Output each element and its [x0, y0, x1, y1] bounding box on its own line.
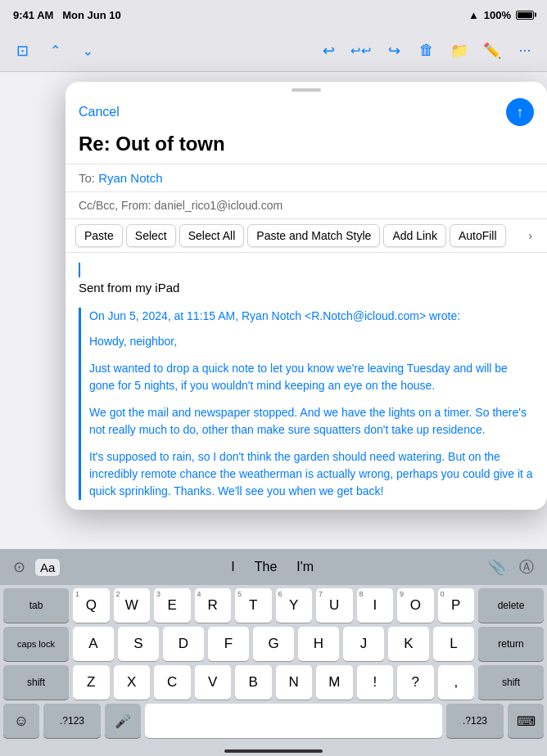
mic-key[interactable]: 🎤: [105, 704, 141, 738]
keyboard-dismiss-key[interactable]: ⌨: [508, 704, 544, 738]
reply-all-button[interactable]: ↩↩: [349, 38, 373, 63]
subject-field[interactable]: Re: Out of town: [66, 133, 547, 164]
space-key[interactable]: [145, 704, 442, 738]
font-size-button[interactable]: Aa: [35, 559, 60, 576]
num-sym-key[interactable]: .?123: [43, 704, 101, 738]
key-r[interactable]: 4R: [195, 588, 232, 623]
keyboard-settings-icon[interactable]: ⊙: [10, 555, 29, 579]
key-i[interactable]: 8I: [357, 588, 394, 623]
modal-header: Cancel ↑: [66, 95, 547, 133]
wifi-icon: ▲: [468, 9, 479, 21]
prediction-i[interactable]: I: [231, 560, 234, 574]
navigate-up-button[interactable]: ⌃: [43, 38, 67, 63]
battery-label: 100%: [484, 9, 511, 21]
keyboard-bottom-row: ☺ .?123 🎤 .?123 ⌨: [0, 704, 547, 745]
email-body[interactable]: Sent from my iPad On Jun 5, 2024, at 11:…: [66, 253, 547, 510]
shift-right-key[interactable]: shift: [478, 665, 544, 700]
key-v[interactable]: V: [195, 665, 232, 700]
key-k[interactable]: K: [388, 627, 429, 661]
key-b[interactable]: B: [235, 665, 272, 700]
add-link-button[interactable]: Add Link: [383, 224, 445, 247]
cancel-button[interactable]: Cancel: [79, 101, 120, 123]
cc-value[interactable]: daniel_rico1@icloud.com: [155, 199, 283, 212]
to-value[interactable]: Ryan Notch: [98, 171, 162, 185]
key-g[interactable]: G: [253, 627, 294, 661]
paste-button[interactable]: Paste: [75, 224, 123, 247]
folder-button[interactable]: 📁: [447, 38, 472, 63]
key-row-2: caps lock A S D F G H J K L return: [3, 627, 544, 661]
key-a[interactable]: A: [73, 627, 114, 661]
key-row-3: shift Z X C V B N M ! ? , shift: [3, 665, 544, 700]
status-bar: 9:41 AM Mon Jun 10 ▲ 100%: [0, 0, 547, 29]
quoted-paragraph-3: We got the mail and newspaper stopped. A…: [89, 404, 534, 439]
compose-modal: Cancel ↑ Re: Out of town To: Ryan Notch …: [66, 82, 547, 510]
handle-bar: [292, 88, 321, 92]
delete-key[interactable]: delete: [478, 588, 544, 623]
prediction-the[interactable]: The: [255, 560, 278, 574]
compose-button[interactable]: ✏️: [480, 38, 504, 63]
prediction-im[interactable]: I'm: [296, 560, 314, 574]
emoji-key[interactable]: ☺: [3, 704, 39, 738]
more-button[interactable]: ···: [513, 38, 537, 63]
status-indicators: ▲ 100%: [468, 9, 534, 21]
predictive-text-area: I The I'm: [66, 560, 478, 574]
autofill-button[interactable]: AutoFill: [450, 224, 506, 247]
quoted-paragraph-1: Howdy, neighbor,: [89, 333, 534, 350]
keyboard-toolbar: ⊙ Aa I The I'm 📎 Ⓐ: [0, 549, 547, 585]
modal-handle: [66, 82, 547, 95]
sent-from-text: Sent from my iPad: [79, 281, 534, 295]
select-button[interactable]: Select: [126, 224, 176, 247]
key-z[interactable]: Z: [73, 665, 110, 700]
key-l[interactable]: L: [433, 627, 474, 661]
kb-toolbar-left: ⊙ Aa: [10, 555, 60, 579]
to-field-row: To: Ryan Notch: [66, 164, 547, 191]
toolbar-left-group: ⊡ ⌃ ⌃: [10, 38, 100, 63]
context-menu-chevron[interactable]: ›: [523, 226, 537, 245]
reply-button[interactable]: ↩: [316, 38, 341, 63]
formatting-icon[interactable]: Ⓐ: [516, 554, 537, 580]
to-label: To:: [79, 171, 95, 185]
send-button[interactable]: ↑: [506, 98, 534, 126]
key-h[interactable]: H: [298, 627, 339, 661]
paste-match-style-button[interactable]: Paste and Match Style: [247, 224, 380, 247]
key-n[interactable]: N: [276, 665, 313, 700]
key-exclaim[interactable]: !: [357, 665, 394, 700]
navigate-down-button[interactable]: ⌃: [75, 38, 100, 63]
key-w[interactable]: 2W: [114, 588, 151, 623]
shift-left-key[interactable]: shift: [3, 665, 69, 700]
toolbar-right-group: ↩ ↩↩ ↪ 🗑 📁 ✏️ ···: [316, 38, 537, 63]
key-d[interactable]: D: [163, 627, 204, 661]
sidebar-toggle-button[interactable]: ⊡: [10, 38, 34, 63]
caps-lock-key[interactable]: caps lock: [3, 627, 69, 661]
key-o[interactable]: 9O: [397, 588, 434, 623]
return-key[interactable]: return: [478, 627, 544, 661]
status-time: 9:41 AM Mon Jun 10: [13, 9, 121, 21]
key-u[interactable]: 7U: [316, 588, 353, 623]
tab-key[interactable]: tab: [3, 588, 69, 623]
text-cursor: [79, 263, 80, 277]
cc-field-row: Cc/Bcc, From: daniel_rico1@icloud.com: [66, 191, 547, 218]
num-sym-key-2[interactable]: .?123: [446, 704, 504, 738]
key-x[interactable]: X: [114, 665, 151, 700]
key-q[interactable]: 1Q: [73, 588, 110, 623]
key-comma[interactable]: ,: [438, 665, 475, 700]
trash-button[interactable]: 🗑: [414, 38, 439, 63]
key-t[interactable]: 5T: [235, 588, 272, 623]
key-y[interactable]: 6Y: [276, 588, 313, 623]
key-p[interactable]: 0P: [438, 588, 475, 623]
key-e[interactable]: 3E: [154, 588, 191, 623]
keyboard-main: tab 1Q 2W 3E 4R 5T 6Y 7U 8I 9O 0P delete…: [0, 585, 547, 700]
date-display: Mon Jun 10: [62, 9, 121, 21]
key-question[interactable]: ?: [397, 665, 434, 700]
time-display: 9:41 AM: [13, 9, 53, 21]
quoted-paragraph-2: Just wanted to drop a quick note to let …: [89, 360, 534, 394]
keyboard-area: ⊙ Aa I The I'm 📎 Ⓐ tab 1Q 2W 3E 4R 5T 6Y…: [0, 549, 547, 756]
forward-button[interactable]: ↪: [382, 38, 406, 63]
key-j[interactable]: J: [343, 627, 384, 661]
key-m[interactable]: M: [316, 665, 353, 700]
select-all-button[interactable]: Select All: [179, 224, 245, 247]
key-c[interactable]: C: [154, 665, 191, 700]
key-f[interactable]: F: [208, 627, 249, 661]
attachment-icon[interactable]: 📎: [485, 555, 509, 579]
key-s[interactable]: S: [118, 627, 159, 661]
